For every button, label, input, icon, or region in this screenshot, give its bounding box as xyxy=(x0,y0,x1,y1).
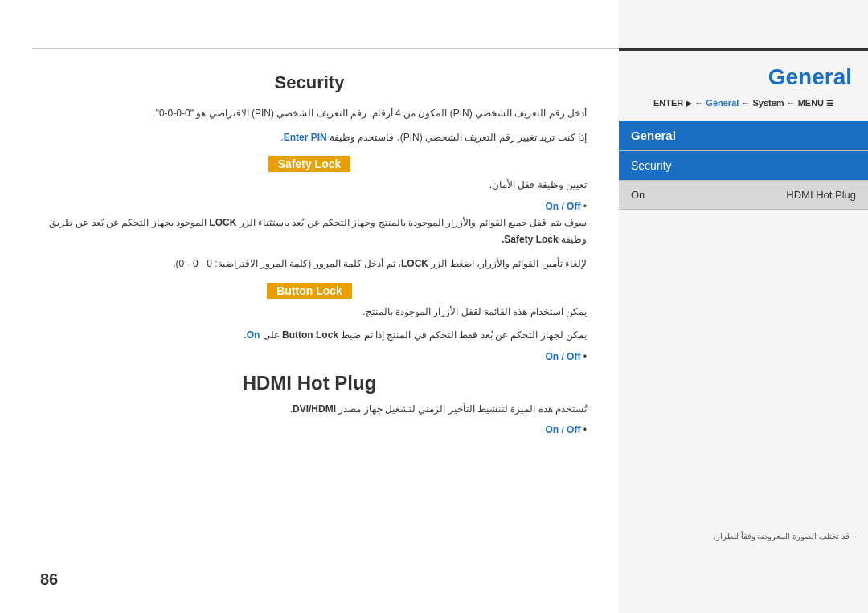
hdmi-onoff: On / Off xyxy=(32,424,587,435)
breadcrumb: ENTER ▶ ← General ← System ← MENU ☰ xyxy=(619,98,868,108)
button-lock-desc1: يمكن استخدام هذه القائمة لقفل الأزرار ال… xyxy=(32,304,587,321)
menu-list: General Security On HDMI Hot Plug xyxy=(619,121,868,210)
main-content: Security أدخل رقم التعريف الشخصي (PIN) ا… xyxy=(0,48,619,613)
hdmi-desc: تُستخدم هذه الميزة لتنشيط التأخير الزمني… xyxy=(32,401,587,419)
intro-line2: إذا كنت تريد تغيير رقم التعريف الشخصي (P… xyxy=(32,129,587,147)
safety-lock-desc1: تعيين وظيفة قفل الأمان. xyxy=(32,177,587,194)
safety-lock-title: Safety Lock xyxy=(268,156,351,172)
safety-lock-desc3: لإلغاء تأمين القوائم والأزرار، اضغط الزر… xyxy=(32,255,587,273)
intro-line1: أدخل رقم التعريف الشخصي (PIN) المكون من … xyxy=(32,105,587,123)
footnote: – قد تختلف الصورة المعروضة وفقاً للطراز. xyxy=(619,524,868,549)
section-title: Security xyxy=(32,72,587,93)
button-lock-desc2: يمكن لجهاز التحكم عن بُعد فقط التحكم في … xyxy=(32,327,587,345)
menu-item-hdmi-hot-plug[interactable]: On HDMI Hot Plug xyxy=(619,181,868,210)
button-lock-onoff: On / Off xyxy=(32,351,587,362)
safety-lock-block: Safety Lock تعيين وظيفة قفل الأمان. On /… xyxy=(32,156,587,272)
menu-item-general[interactable]: General xyxy=(619,121,868,151)
menu-item-security[interactable]: Security xyxy=(619,151,868,181)
general-title: General xyxy=(619,64,868,90)
hdmi-hot-plug-block: HDMI Hot Plug تُستخدم هذه الميزة لتنشيط … xyxy=(32,372,587,436)
hdmi-title: HDMI Hot Plug xyxy=(32,372,587,394)
button-lock-block: Button Lock يمكن استخدام هذه القائمة لقف… xyxy=(32,283,587,362)
right-panel: General ENTER ▶ ← General ← System ← MEN… xyxy=(619,0,868,613)
safety-lock-onoff1: On / Off xyxy=(32,201,587,212)
safety-lock-desc2: سوف يتم قفل جميع القوائم والأزرار الموجو… xyxy=(32,215,587,249)
intro-block: أدخل رقم التعريف الشخصي (PIN) المكون من … xyxy=(32,105,587,146)
button-lock-title: Button Lock xyxy=(267,283,352,299)
panel-top-border xyxy=(619,48,868,51)
